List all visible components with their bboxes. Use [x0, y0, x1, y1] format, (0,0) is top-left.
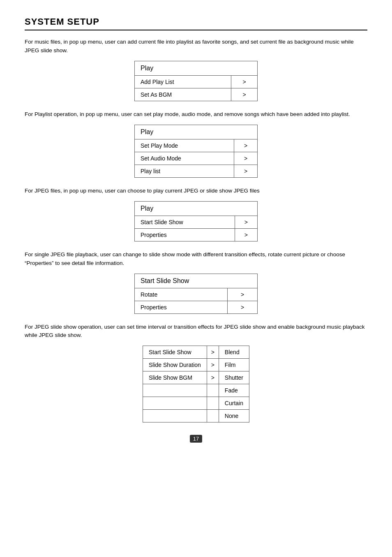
table-row: Start Slide Show > — [135, 216, 258, 228]
menu-item-properties: Properties — [135, 228, 235, 241]
menu-item-start-slide-show: Start Slide Show — [135, 216, 235, 228]
menu-item-rotate: Rotate — [135, 288, 228, 301]
table-row: None — [143, 410, 249, 422]
menu-empty-cell — [143, 384, 207, 397]
menu-empty-cell — [143, 397, 207, 410]
arrow-icon: > — [235, 216, 257, 228]
menu-item-film: Film — [219, 359, 249, 371]
section-single-jpeg: For single JPEG file playback, user can … — [25, 251, 367, 314]
section-music-files: For music files, in pop up menu, user ca… — [25, 38, 367, 101]
playlist-description: For Playlist operation, in pop up menu, … — [25, 110, 367, 119]
single-jpeg-description: For single JPEG file playback, user can … — [25, 251, 367, 268]
table-row: Properties > — [135, 228, 258, 241]
section-jpeg-slideshow: For JPEG slide show operation, user can … — [25, 323, 367, 423]
menu-empty-cell — [143, 410, 207, 422]
table-row: Slide Show BGM > Shutter — [143, 371, 249, 384]
table-row: Add Play List > — [135, 75, 258, 88]
menu-item-slide-show-bgm: Slide Show BGM — [143, 371, 207, 384]
menu-item-blend: Blend — [219, 346, 249, 359]
menu-empty-cell — [207, 410, 219, 422]
menu-item-curtain: Curtain — [219, 397, 249, 410]
table-row: Play — [135, 61, 258, 75]
section-playlist: For Playlist operation, in pop up menu, … — [25, 110, 367, 178]
music-files-menu: Play Add Play List > Set As BGM > — [134, 61, 258, 101]
table-row: Curtain — [143, 397, 249, 410]
table-row: Set Play Mode > — [135, 139, 258, 152]
table-row: Set As BGM > — [135, 88, 258, 101]
menu-item-playlist: Play list — [135, 165, 234, 177]
arrow-icon: > — [235, 228, 257, 241]
page-number: 17 — [190, 435, 202, 443]
table-row: Properties > — [135, 301, 258, 313]
arrow-icon: > — [207, 359, 219, 371]
table-row: Slide Show Duration > Film — [143, 359, 249, 371]
table-row: Play — [135, 201, 258, 216]
menu-item-slide-show-duration: Slide Show Duration — [143, 359, 207, 371]
jpeg-files-description: For JPEG files, in pop up menu, user can… — [25, 187, 367, 195]
arrow-icon: > — [227, 288, 257, 301]
table-row: Play list > — [135, 165, 258, 177]
menu-item-set-play-mode: Set Play Mode — [135, 139, 234, 152]
jpeg-slideshow-description: For JPEG slide show operation, user can … — [25, 323, 367, 340]
table-row: Start Slide Show — [135, 274, 258, 288]
table-row: Play — [135, 125, 258, 139]
title-divider — [25, 30, 367, 30]
arrow-icon: > — [207, 371, 219, 384]
arrow-icon: > — [231, 88, 258, 101]
section-jpeg-files: For JPEG files, in pop up menu, user can… — [25, 187, 367, 241]
menu-empty-cell — [207, 384, 219, 397]
menu-item-shutter: Shutter — [219, 371, 249, 384]
arrow-icon: > — [231, 75, 258, 88]
music-files-description: For music files, in pop up menu, user ca… — [25, 38, 367, 55]
menu-item-add-playlist: Add Play List — [135, 75, 231, 88]
table-row: Rotate > — [135, 288, 258, 301]
arrow-icon: > — [234, 152, 258, 165]
arrow-icon: > — [234, 165, 258, 177]
arrow-icon: > — [227, 301, 257, 313]
jpeg-slideshow-menu: Start Slide Show > Blend Slide Show Dura… — [143, 346, 249, 422]
page-number-container: 17 — [25, 435, 367, 443]
menu-item-set-bgm: Set As BGM — [135, 88, 231, 101]
single-jpeg-menu: Start Slide Show Rotate > Properties > — [134, 274, 258, 314]
table-row: Start Slide Show > Blend — [143, 346, 249, 359]
menu-item-fade: Fade — [219, 384, 249, 397]
arrow-icon: > — [207, 346, 219, 359]
page-title: SYSTEM SETUP — [25, 16, 367, 27]
menu-header: Play — [135, 125, 258, 139]
table-row: Fade — [143, 384, 249, 397]
menu-empty-cell — [207, 397, 219, 410]
menu-item-properties-2: Properties — [135, 301, 228, 313]
table-row: Set Audio Mode > — [135, 152, 258, 165]
menu-header: Play — [135, 201, 258, 216]
arrow-icon: > — [234, 139, 258, 152]
menu-header: Play — [135, 61, 258, 75]
menu-item-start-slide-show-2: Start Slide Show — [143, 346, 207, 359]
menu-item-set-audio-mode: Set Audio Mode — [135, 152, 234, 165]
menu-header: Start Slide Show — [135, 274, 258, 288]
playlist-menu: Play Set Play Mode > Set Audio Mode > Pl… — [134, 125, 258, 178]
menu-item-none: None — [219, 410, 249, 422]
jpeg-files-menu: Play Start Slide Show > Properties > — [134, 201, 258, 241]
